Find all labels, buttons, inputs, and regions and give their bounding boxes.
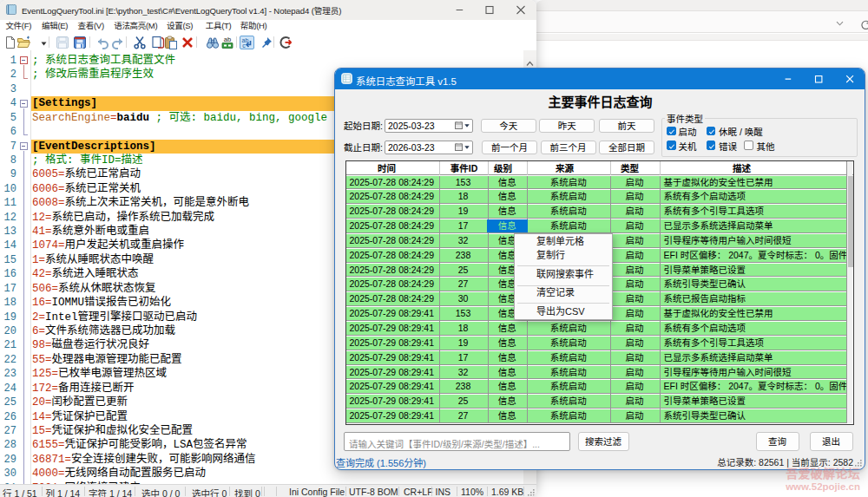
svg-text:c: c — [242, 43, 246, 49]
svg-text:ab: ab — [224, 36, 231, 43]
